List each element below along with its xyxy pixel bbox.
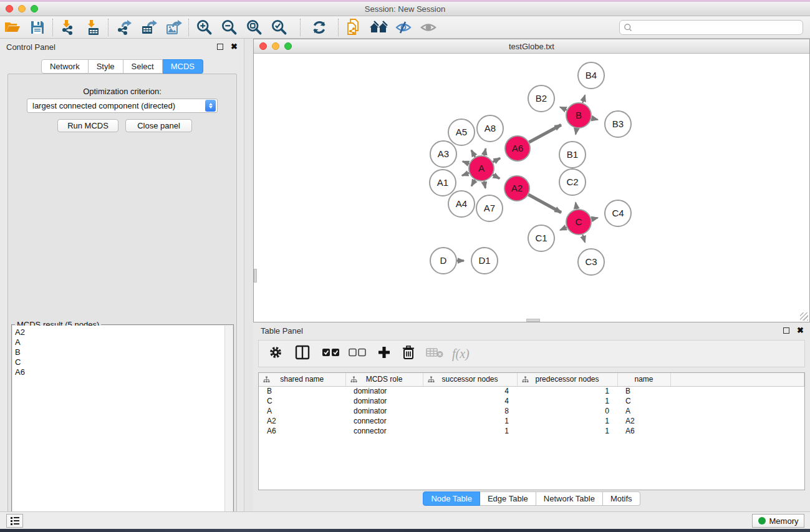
mcds-result-item[interactable]: C — [15, 357, 225, 367]
column-layout-button[interactable] — [295, 345, 310, 362]
select-all-button[interactable] — [322, 348, 340, 359]
hide-selected-button[interactable] — [391, 17, 416, 37]
node-C2[interactable]: C2 — [559, 169, 586, 195]
result-scrollbar[interactable] — [224, 326, 233, 532]
edge-A-A7[interactable] — [484, 181, 485, 188]
table-row[interactable]: Cdominator41C — [259, 396, 804, 406]
edge-B-B1[interactable] — [576, 128, 577, 135]
column-header[interactable]: predecessor nodes — [517, 373, 617, 386]
node-A1[interactable]: A1 — [430, 170, 456, 196]
node-D1[interactable]: D1 — [471, 248, 498, 274]
export-image-button[interactable] — [161, 17, 186, 37]
table-row[interactable]: A2connector11A2 — [259, 416, 804, 426]
edge-A6-B[interactable] — [529, 125, 561, 142]
node-C3[interactable]: C3 — [578, 249, 604, 275]
save-session-button[interactable] — [25, 17, 50, 37]
tab-mcds[interactable]: MCDS — [163, 59, 203, 74]
node-D[interactable]: D — [430, 248, 456, 274]
network-graph[interactable]: B4B2BB3A8A5A6A3B1AA1C2A2A4A7C4CC1C3DD1 — [254, 54, 809, 322]
memory-button[interactable]: Memory — [752, 514, 804, 528]
import-network-button[interactable] — [55, 17, 80, 37]
node-A4[interactable]: A4 — [448, 191, 475, 217]
node-A2[interactable]: A2 — [504, 176, 529, 201]
double-house-button[interactable] — [366, 17, 391, 37]
node-A6[interactable]: A6 — [505, 136, 530, 161]
settings-gear-button[interactable] — [269, 346, 282, 362]
tab-select[interactable]: Select — [123, 59, 163, 74]
edge-A-A3[interactable] — [463, 162, 469, 164]
close-panel-button[interactable]: Close panel — [125, 119, 192, 132]
edge-B-B2[interactable] — [560, 107, 567, 110]
edge-C-C4[interactable] — [591, 218, 597, 219]
delete-column-button[interactable] — [402, 346, 415, 362]
zoom-in-button[interactable] — [191, 17, 216, 37]
tab-motifs[interactable]: Motifs — [603, 491, 640, 506]
node-B3[interactable]: B3 — [605, 111, 631, 137]
mcds-result-item[interactable]: A2 — [15, 327, 225, 337]
mcds-result-item[interactable]: A — [15, 337, 225, 347]
zoom-out-button[interactable] — [216, 17, 241, 37]
edge-C-C1[interactable] — [560, 227, 566, 230]
optimization-select[interactable]: largest connected component (directed) — [27, 99, 218, 113]
table-row[interactable]: Bdominator41B — [259, 386, 804, 396]
edge-A-A4[interactable] — [471, 180, 475, 186]
node-A8[interactable]: A8 — [477, 115, 503, 142]
table-row[interactable]: Adominator80A — [259, 406, 804, 416]
table-row[interactable]: A6connector11A6 — [259, 426, 804, 436]
tab-node-table[interactable]: Node Table — [423, 491, 480, 506]
splitter-handle[interactable] — [526, 319, 540, 322]
edge-A-A1[interactable] — [462, 173, 469, 175]
edge-C-C3[interactable] — [582, 235, 585, 242]
node-C[interactable]: C — [566, 210, 591, 235]
tab-network-table[interactable]: Network Table — [536, 491, 603, 506]
clone-network-button[interactable] — [341, 17, 366, 37]
task-history-button[interactable] — [6, 514, 23, 528]
delete-table-button[interactable] — [426, 347, 443, 360]
node-C4[interactable]: C4 — [605, 200, 631, 226]
export-table-button[interactable] — [136, 17, 161, 37]
node-A3[interactable]: A3 — [430, 141, 456, 167]
close-panel-icon[interactable]: ✖ — [231, 44, 238, 50]
zoom-fit-button[interactable] — [241, 17, 266, 37]
search-input[interactable] — [633, 21, 803, 34]
node-B2[interactable]: B2 — [528, 85, 554, 112]
mcds-result-item[interactable]: A6 — [15, 367, 225, 377]
open-file-button[interactable] — [0, 17, 25, 37]
node-B1[interactable]: B1 — [559, 142, 586, 168]
float-panel-icon[interactable] — [217, 44, 223, 50]
edge-A-A5[interactable] — [471, 150, 475, 157]
tab-edge-table[interactable]: Edge Table — [480, 491, 536, 506]
zoom-selected-button[interactable] — [266, 17, 291, 37]
node-A[interactable]: A — [469, 156, 494, 181]
edge-B-B4[interactable] — [582, 95, 585, 102]
column-header[interactable]: name — [617, 373, 670, 386]
node-A5[interactable]: A5 — [448, 119, 475, 145]
node-B[interactable]: B — [566, 103, 591, 128]
column-header[interactable]: MCDS role — [345, 373, 423, 386]
import-table-button[interactable] — [80, 17, 105, 37]
resize-grip[interactable] — [800, 312, 808, 321]
edge-B-B3[interactable] — [591, 118, 597, 120]
edge-C-C2[interactable] — [576, 203, 577, 210]
tab-style[interactable]: Style — [89, 59, 123, 74]
run-mcds-button[interactable]: Run MCDS — [57, 119, 118, 132]
add-column-button[interactable] — [377, 346, 391, 362]
tab-network[interactable]: Network — [41, 59, 89, 74]
float-panel-icon[interactable] — [783, 327, 789, 334]
export-network-button[interactable] — [111, 17, 136, 37]
function-builder-button[interactable]: f(x) — [452, 347, 470, 361]
node-B4[interactable]: B4 — [578, 62, 604, 89]
edge-A-A6[interactable] — [493, 158, 500, 162]
edge-A-A8[interactable] — [484, 148, 485, 155]
edge-A2-C[interactable] — [528, 195, 561, 213]
node-A7[interactable]: A7 — [476, 195, 503, 221]
node-C1[interactable]: C1 — [528, 225, 554, 251]
column-header[interactable]: successor nodes — [423, 373, 517, 386]
mcds-result-item[interactable]: B — [15, 347, 225, 357]
deselect-all-button[interactable] — [349, 348, 366, 359]
column-header[interactable]: shared name — [259, 373, 345, 386]
close-panel-icon[interactable]: ✖ — [797, 327, 804, 334]
refresh-button[interactable] — [307, 17, 332, 37]
splitter-handle[interactable] — [254, 269, 257, 283]
edge-A-A2[interactable] — [493, 175, 499, 178]
